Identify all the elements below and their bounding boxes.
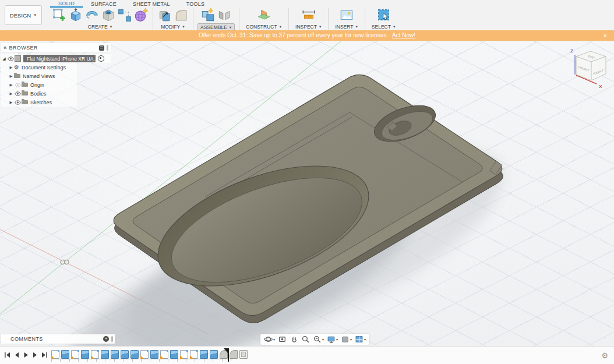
tab-solid[interactable]: SOLID: [50, 0, 83, 8]
zoom-icon: [301, 335, 310, 344]
browser-root-label[interactable]: Flat Nightstand iPhone XR UA...: [23, 55, 96, 62]
expand-arrow-icon[interactable]: ▶: [8, 100, 14, 105]
add-comment-button[interactable]: +: [103, 336, 109, 342]
inspect-menu-button[interactable]: INSPECT ▼: [293, 23, 324, 30]
browser-row-named-views[interactable]: ▶ Named Views: [1, 72, 77, 80]
chevron-down-icon: ▼: [319, 25, 322, 29]
viewports-icon: [355, 335, 364, 344]
joint-icon[interactable]: [217, 8, 232, 23]
timeline-feature[interactable]: [160, 350, 168, 359]
timeline-position-marker[interactable]: [228, 348, 229, 362]
pan-button[interactable]: [290, 335, 298, 344]
timeline-feature[interactable]: [150, 350, 158, 359]
view-cube[interactable]: Z X TOP FRONT RIGHT: [570, 48, 606, 89]
zoom-button[interactable]: [301, 335, 310, 344]
browser-item-label: Named Views: [23, 73, 55, 79]
panel-resize-handle[interactable]: [111, 336, 113, 342]
revolve-icon[interactable]: [84, 8, 100, 23]
chevron-down-icon[interactable]: ▾: [322, 337, 324, 341]
browser-row-bodies[interactable]: ▶ Bodies: [1, 89, 77, 98]
comments-panel[interactable]: COMMENTS +: [1, 334, 115, 344]
eye-icon[interactable]: [7, 56, 15, 61]
browser-row-document-settings[interactable]: ▶ ⚙ Document Settings: [1, 63, 77, 72]
expand-arrow-icon[interactable]: ▶: [8, 83, 14, 87]
extrude-icon[interactable]: [68, 8, 83, 23]
timeline-feature[interactable]: [190, 350, 198, 359]
measure-icon[interactable]: [301, 8, 316, 23]
timeline-feature[interactable]: [71, 350, 79, 359]
orbit-button[interactable]: ▾: [264, 335, 275, 344]
eye-icon[interactable]: [14, 91, 22, 96]
step-forward-button[interactable]: [31, 351, 39, 359]
chevron-down-icon[interactable]: ▾: [350, 337, 352, 341]
timeline-feature[interactable]: [239, 350, 248, 359]
origin-point[interactable]: [61, 260, 69, 264]
zoom-fit-button[interactable]: ▾: [313, 335, 324, 344]
construct-menu-button[interactable]: CONSTRUCT ▼: [244, 23, 284, 30]
activate-component-icon[interactable]: [98, 55, 104, 62]
timeline-feature[interactable]: [81, 350, 89, 359]
press-pull-icon[interactable]: [157, 8, 172, 23]
expand-arrow-icon[interactable]: ▶: [8, 91, 14, 96]
browser-filter-icon[interactable]: [99, 45, 104, 51]
timeline-feature[interactable]: [121, 350, 129, 359]
eye-icon[interactable]: [14, 100, 22, 105]
timeline-feature[interactable]: [101, 350, 109, 359]
chevron-down-icon[interactable]: ▾: [364, 337, 366, 341]
banner-close-icon[interactable]: ×: [604, 30, 607, 41]
look-at-icon: [278, 335, 287, 344]
timeline-feature[interactable]: [210, 350, 218, 359]
select-menu-button[interactable]: SELECT ▼: [369, 23, 398, 30]
chevron-down-icon[interactable]: ▾: [273, 337, 275, 341]
browser-row-sketches[interactable]: ▶ Sketches: [1, 98, 77, 107]
tab-sheet-metal[interactable]: SHEET METAL: [125, 1, 178, 8]
go-to-end-button[interactable]: [41, 351, 48, 359]
timeline-feature[interactable]: [111, 350, 119, 359]
timeline-feature[interactable]: [200, 350, 208, 359]
viewports-button[interactable]: ▾: [355, 335, 366, 344]
display-settings-button[interactable]: ▾: [327, 335, 338, 344]
step-back-button[interactable]: [13, 351, 20, 359]
create-menu-button[interactable]: CREATE ▼: [86, 23, 115, 30]
rectangular-pattern-icon[interactable]: [117, 8, 132, 23]
timeline-feature[interactable]: [170, 350, 178, 359]
timeline-feature[interactable]: [91, 350, 99, 359]
create-sketch-icon[interactable]: [52, 8, 67, 23]
timeline-feature[interactable]: [130, 350, 139, 359]
timeline-settings-gear-icon[interactable]: ⚙: [601, 347, 608, 364]
timeline-feature[interactable]: [230, 350, 238, 359]
collapse-panel-icon[interactable]: «: [3, 45, 7, 51]
create-form-icon[interactable]: [133, 8, 149, 23]
timeline-feature[interactable]: [51, 350, 59, 359]
banner-link[interactable]: Act Now!: [392, 32, 415, 38]
look-at-button[interactable]: [278, 335, 287, 344]
browser-row-origin[interactable]: ▶ Origin: [1, 80, 77, 89]
construction-plane-icon[interactable]: [256, 8, 271, 23]
panel-resize-handle[interactable]: [107, 45, 108, 51]
go-to-start-button[interactable]: [3, 351, 11, 359]
select-icon[interactable]: [376, 8, 391, 23]
insert-image-icon[interactable]: [339, 8, 354, 23]
insert-menu-button[interactable]: INSERT ▼: [333, 23, 360, 30]
browser-root-row[interactable]: ◢ Flat Nightstand iPhone XR UA...: [1, 54, 111, 63]
play-button[interactable]: [22, 351, 30, 359]
timeline-feature[interactable]: [180, 350, 188, 359]
expand-arrow-icon[interactable]: ▶: [8, 65, 14, 70]
browser-header[interactable]: « BROWSER: [1, 43, 111, 52]
grid-settings-button[interactable]: ▾: [341, 335, 352, 344]
tab-tools[interactable]: TOOLS: [178, 1, 213, 8]
design-workspace-dropdown[interactable]: DESIGN ▼: [5, 5, 42, 25]
expand-arrow-icon[interactable]: ▶: [8, 74, 14, 79]
eye-hidden-icon[interactable]: [14, 83, 22, 87]
expand-arrow-icon[interactable]: ◢: [1, 56, 7, 61]
viewport-3d[interactable]: Z X TOP FRONT RIGHT « BROWSER: [0, 41, 614, 346]
group-construct: CONSTRUCT ▼: [241, 8, 287, 30]
modify-menu-button[interactable]: MODIFY ▼: [158, 23, 188, 30]
timeline-feature[interactable]: [61, 350, 69, 359]
timeline-feature[interactable]: [140, 350, 149, 359]
tab-surface[interactable]: SURFACE: [83, 1, 125, 8]
new-component-icon[interactable]: [200, 8, 216, 23]
chevron-down-icon[interactable]: ▾: [336, 337, 338, 341]
fillet-icon[interactable]: [174, 8, 189, 23]
hole-icon[interactable]: [101, 8, 116, 23]
